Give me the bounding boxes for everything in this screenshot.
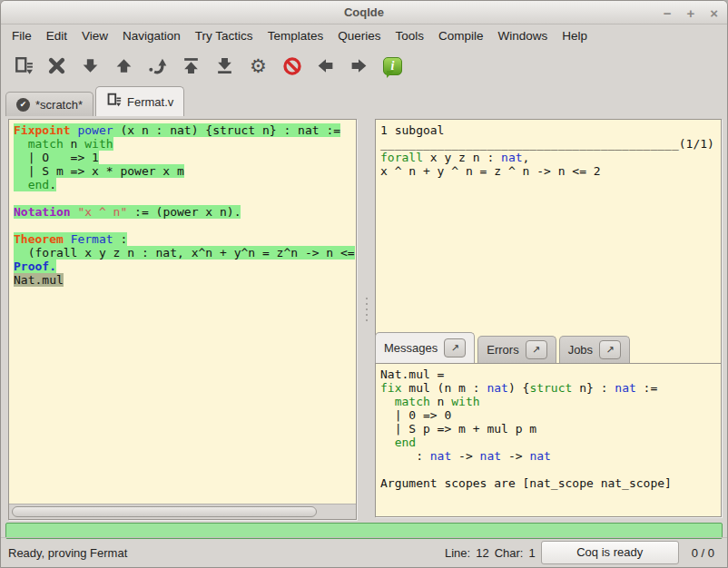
toolbar: ⚙ i — [1, 46, 727, 85]
code-line: (forall x y z n : nat, x^n + y^n = z^n -… — [14, 246, 351, 260]
detach-arrow-icon: ↗ — [451, 342, 459, 354]
detach-messages-button[interactable]: ↗ — [444, 338, 466, 357]
go-to-cursor-button[interactable] — [141, 51, 174, 82]
window-controls: − + × — [664, 1, 718, 24]
tab-jobs-label: Jobs — [568, 343, 593, 357]
menu-tools[interactable]: Tools — [388, 26, 431, 45]
goals-code: 1 subgoal_______________________________… — [376, 120, 721, 181]
close-button-toolbar[interactable] — [40, 51, 74, 82]
detach-jobs-button[interactable]: ↗ — [599, 340, 621, 359]
code-line: forall x y z n : nat, — [380, 151, 716, 164]
menu-try-tactics[interactable]: Try Tactics — [188, 26, 261, 45]
status-bar: Ready, proving Fermat Line: 12 Char: 1 C… — [1, 537, 727, 567]
code-line: Nat.mul — [14, 273, 351, 287]
minimize-button[interactable]: − — [664, 6, 672, 20]
status-right: Line: 12 Char: 1 Coq is ready 0 / 0 — [445, 541, 727, 564]
tab-messages[interactable]: Messages ↗ — [375, 332, 475, 363]
arrow-up-icon — [114, 56, 133, 75]
coqide-window: CoqIde − + × File Edit View Navigation T… — [0, 0, 728, 568]
menu-navigation[interactable]: Navigation — [115, 26, 188, 45]
code-line: Notation "x ^ n" := (power x n). — [14, 205, 351, 219]
tab-errors[interactable]: Errors ↗ — [477, 336, 556, 363]
fully-check-button[interactable]: ⚙ — [241, 51, 275, 82]
info-bubble-icon: i — [383, 57, 402, 75]
tab-errors-label: Errors — [487, 343, 518, 357]
code-line: Fixpoint power (x n : nat) {struct n} : … — [14, 123, 351, 137]
code-line: | 0 => 0 — [380, 408, 716, 422]
main-area: Fixpoint power (x n : nat) {struct n} : … — [1, 116, 727, 522]
vertical-splitter[interactable] — [363, 298, 370, 321]
arrow-right-icon — [349, 56, 369, 75]
menu-templates[interactable]: Templates — [261, 26, 331, 45]
code-line — [380, 463, 716, 476]
document-save-icon — [106, 93, 122, 111]
tab-scratch-label: *scratch* — [35, 98, 83, 112]
tab-jobs[interactable]: Jobs ↗ — [559, 336, 630, 363]
code-line: x ^ n + y ^ n = z ^ n -> n <= 2 — [380, 164, 716, 178]
job-counter: 0 / 0 — [684, 546, 718, 560]
messages-panel[interactable]: Nat.mul =fix mul (n m : nat) {struct n} … — [375, 363, 722, 517]
code-line: Argument scopes are [nat_scope nat_scope… — [380, 476, 716, 490]
previous-button[interactable] — [309, 51, 342, 82]
about-button[interactable]: i — [376, 51, 409, 82]
char-value: 1 — [528, 546, 535, 560]
save-icon — [14, 56, 34, 76]
arrow-down-icon — [81, 56, 100, 75]
char-label: Char: — [495, 546, 524, 560]
detach-arrow-icon: ↗ — [532, 344, 540, 356]
close-x-icon — [47, 56, 66, 75]
maximize-button[interactable]: + — [686, 6, 694, 20]
menu-help[interactable]: Help — [555, 26, 595, 45]
menu-windows[interactable]: Windows — [490, 26, 555, 45]
check-circle-icon: ✔ — [16, 98, 30, 112]
line-label: Line: — [445, 546, 470, 560]
line-value: 12 — [476, 546, 488, 560]
menubar: File Edit View Navigation Try Tactics Te… — [1, 24, 727, 46]
code-line: end. — [14, 178, 351, 191]
code-line: match n with — [14, 137, 351, 151]
menu-queries[interactable]: Queries — [330, 26, 388, 45]
tab-fermat-label: Fermat.v — [127, 95, 173, 109]
code-line: 1 subgoal — [380, 123, 716, 137]
code-line: Theorem Fermat : — [14, 232, 351, 246]
restart-button[interactable] — [174, 51, 208, 82]
messages-code: Nat.mul =fix mul (n m : nat) {struct n} … — [376, 364, 721, 494]
code-line: end — [380, 436, 716, 449]
coq-status-indicator: Coq is ready — [541, 541, 679, 564]
status-message: Ready, proving Fermat — [1, 546, 445, 560]
step-backward-button[interactable] — [107, 51, 141, 82]
detach-errors-button[interactable]: ↗ — [526, 340, 547, 359]
code-line: fix mul (n m : nat) {struct n} : nat := — [380, 381, 716, 395]
menu-edit[interactable]: Edit — [39, 26, 74, 45]
gear-icon: ⚙ — [250, 56, 267, 75]
arrow-left-icon — [316, 56, 335, 75]
step-forward-button[interactable] — [74, 51, 107, 82]
script-code[interactable]: Fixpoint power (x n : nat) {struct n} : … — [9, 120, 356, 290]
code-line — [14, 219, 351, 232]
tab-scratch[interactable]: ✔ *scratch* — [5, 92, 93, 116]
code-line: ________________________________________… — [380, 137, 716, 151]
interrupt-button[interactable] — [275, 51, 309, 82]
code-line: | O => 1 — [14, 151, 351, 164]
save-button[interactable] — [6, 51, 40, 82]
arrow-up-to-bar-icon — [182, 56, 201, 75]
go-to-end-button[interactable] — [208, 51, 241, 82]
script-buffer[interactable]: Fixpoint power (x n : nat) {struct n} : … — [8, 119, 357, 520]
editor-horizontal-scrollbar[interactable] — [9, 504, 356, 519]
detach-arrow-icon: ↗ — [606, 344, 615, 356]
scrollbar-thumb[interactable] — [12, 506, 317, 517]
menu-file[interactable]: File — [5, 26, 39, 45]
document-tabs: ✔ *scratch* Fermat.v — [1, 85, 727, 116]
code-line: | S m => x * power x m — [14, 164, 351, 178]
menu-view[interactable]: View — [74, 26, 115, 45]
next-button[interactable] — [342, 51, 376, 82]
code-line: Proof. — [14, 260, 351, 273]
tab-fermat[interactable]: Fermat.v — [95, 86, 184, 116]
code-line: : nat -> nat -> nat — [380, 449, 716, 463]
menu-compile[interactable]: Compile — [431, 26, 491, 45]
tab-messages-label: Messages — [384, 341, 438, 355]
code-line: | S p => m + mul p m — [380, 422, 716, 436]
prohibition-icon — [282, 56, 302, 76]
code-line — [14, 191, 351, 205]
close-button[interactable]: × — [710, 6, 718, 20]
